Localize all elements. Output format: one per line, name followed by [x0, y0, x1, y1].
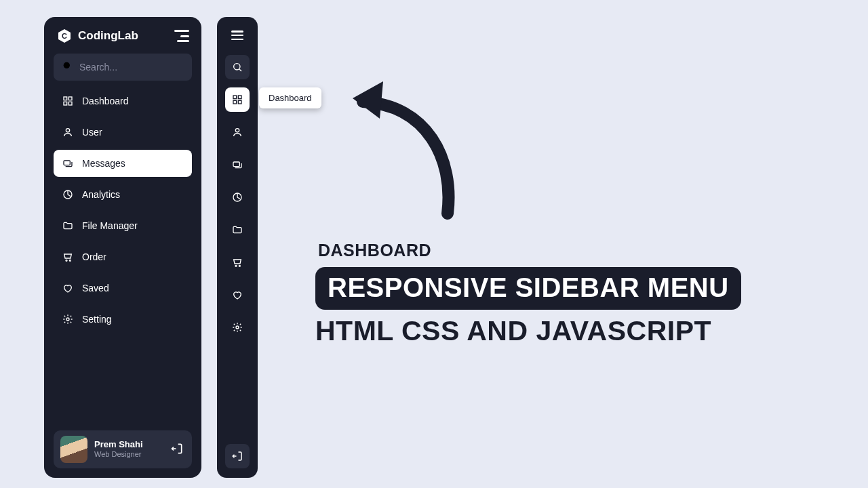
- svg-point-7: [66, 129, 69, 132]
- cart-icon: [62, 251, 74, 263]
- svg-rect-3: [64, 97, 67, 100]
- hamburger-button[interactable]: [231, 30, 243, 40]
- mini-item-setting[interactable]: [225, 315, 250, 340]
- search-input[interactable]: [79, 62, 184, 73]
- mini-item-user[interactable]: [225, 120, 250, 144]
- search-box[interactable]: [54, 54, 192, 81]
- svg-point-13: [234, 64, 240, 70]
- nav-label: Setting: [82, 314, 112, 325]
- headline-sub: HTML CSS AND JAVASCRIPT: [315, 315, 741, 347]
- search-icon: [62, 60, 73, 74]
- user-icon: [62, 126, 74, 138]
- tooltip: Dashboard: [259, 87, 321, 108]
- nav-label: Analytics: [82, 189, 120, 200]
- headline-pill: RESPONSIVE SIDEBAR MENU: [315, 267, 741, 310]
- nav-item-analytics[interactable]: Analytics: [54, 181, 192, 208]
- nav-item-setting[interactable]: Setting: [54, 306, 192, 333]
- nav-label: File Manager: [82, 220, 138, 231]
- mini-item-saved[interactable]: [225, 283, 250, 307]
- user-name: Prem Shahi: [94, 440, 163, 450]
- svg-rect-4: [68, 97, 72, 100]
- nav-item-order[interactable]: Order: [54, 243, 192, 270]
- headline-block: DASHBOARD RESPONSIVE SIDEBAR MENU HTML C…: [315, 241, 741, 347]
- svg-rect-6: [64, 102, 67, 105]
- mini-search[interactable]: [225, 55, 250, 79]
- analytics-icon: [62, 188, 74, 201]
- nav-item-user[interactable]: User: [54, 119, 192, 146]
- user-meta: Prem Shahi Web Designer: [94, 440, 163, 459]
- user-role: Web Designer: [94, 450, 163, 459]
- mini-item-dashboard[interactable]: Dashboard: [225, 87, 250, 112]
- logo-icon: C: [56, 28, 73, 44]
- nav-label: Order: [82, 251, 106, 262]
- nav-item-filemanager[interactable]: File Manager: [54, 212, 192, 239]
- nav-list: Dashboard User Messages Analytics File M…: [54, 87, 192, 333]
- mini-logout[interactable]: [225, 444, 250, 468]
- svg-rect-15: [233, 96, 237, 99]
- messages-icon: [62, 157, 74, 169]
- svg-line-2: [69, 68, 71, 70]
- nav-label: Saved: [82, 283, 109, 293]
- sidebar-toggle-button[interactable]: [174, 30, 189, 42]
- svg-rect-8: [64, 161, 70, 165]
- sidebar-header: C CodingLab: [54, 28, 192, 44]
- grid-icon: [62, 95, 74, 107]
- mini-item-messages[interactable]: [225, 152, 250, 177]
- headline-kicker: DASHBOARD: [318, 241, 741, 260]
- svg-rect-16: [238, 96, 241, 99]
- svg-point-11: [69, 260, 71, 261]
- avatar: [60, 436, 87, 463]
- svg-point-1: [64, 62, 70, 68]
- mini-item-analytics[interactable]: [225, 185, 250, 209]
- svg-point-10: [66, 260, 67, 261]
- nav-item-messages[interactable]: Messages: [54, 150, 192, 177]
- logout-button[interactable]: [170, 442, 185, 457]
- sidebar-expanded: C CodingLab Dashboard User Messages Anal…: [44, 17, 201, 478]
- svg-rect-20: [233, 162, 239, 167]
- nav-label: Messages: [82, 158, 125, 169]
- mini-item-filemanager[interactable]: [225, 218, 250, 242]
- svg-point-19: [235, 129, 239, 132]
- gear-icon: [62, 313, 74, 325]
- arrow-illustration: [346, 64, 468, 223]
- sidebar-footer: Prem Shahi Web Designer: [54, 430, 192, 468]
- svg-point-23: [239, 265, 240, 266]
- svg-line-14: [239, 69, 241, 71]
- nav-label: User: [82, 127, 102, 138]
- nav-label: Dashboard: [82, 96, 129, 106]
- svg-point-22: [235, 265, 237, 266]
- heart-icon: [62, 282, 74, 294]
- svg-text:C: C: [62, 32, 67, 40]
- svg-rect-5: [68, 102, 72, 105]
- svg-rect-18: [233, 100, 237, 104]
- nav-item-dashboard[interactable]: Dashboard: [54, 87, 192, 115]
- mini-item-order[interactable]: [225, 250, 250, 274]
- svg-point-12: [66, 318, 69, 321]
- folder-icon: [62, 220, 74, 232]
- sidebar-collapsed: Dashboard: [217, 17, 258, 478]
- nav-item-saved[interactable]: Saved: [54, 274, 192, 302]
- svg-point-24: [236, 326, 239, 329]
- brand-name: CodingLab: [78, 29, 169, 43]
- svg-rect-17: [238, 100, 241, 104]
